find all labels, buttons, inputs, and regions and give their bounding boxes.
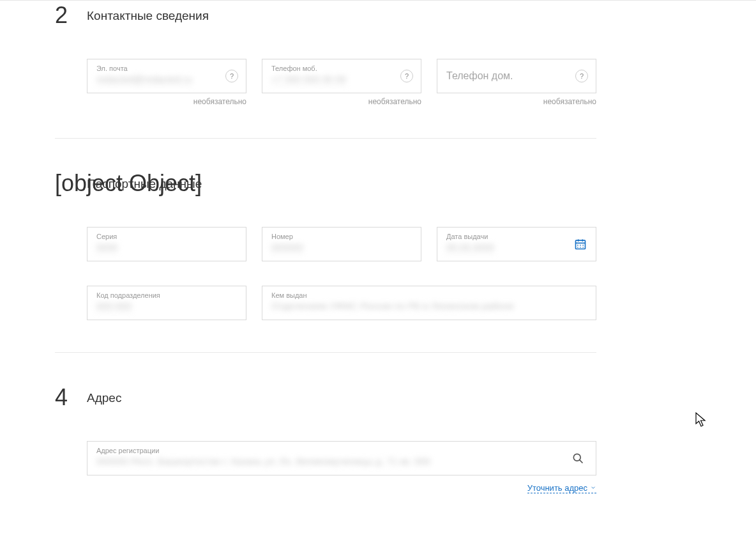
issued-by-field[interactable]: Кем выдан Отделением УФМС России по РБ в… (262, 286, 596, 320)
chevron-down-icon (590, 483, 596, 493)
phone-mobile-hint: необязательно (262, 97, 421, 106)
reg-address-label: Адрес регистрации (96, 447, 587, 454)
help-icon[interactable]: ? (575, 70, 588, 82)
reg-address-field[interactable]: Адрес регистрации 000000 Респ. Башкортос… (87, 441, 596, 475)
section-title-contact: Контактные сведения (87, 9, 596, 23)
series-field-wrapper: Серия 0000 (87, 227, 246, 261)
phone-mobile-field-wrapper: Телефон моб. +7 000 000 00 00 ? необязат… (262, 59, 421, 106)
series-label: Серия (96, 233, 237, 240)
phone-mobile-value: +7 000 000 00 00 (271, 73, 346, 86)
issue-date-field[interactable]: Дата выдачи 00.00.0000 (437, 227, 596, 261)
svg-point-10 (573, 454, 580, 461)
phone-home-field[interactable]: Телефон дом. ? (437, 59, 596, 93)
reg-address-value: 000000 Респ. Башкортостан г. Казань ул. … (96, 456, 430, 467)
cursor-icon (695, 412, 707, 430)
email-value: redacted@redacted.ru (96, 73, 192, 86)
issued-by-value: Отделением УФМС России по РБ в Ленинском… (271, 300, 514, 311)
section-number-2: 2 (55, 4, 68, 27)
phone-home-hint: необязательно (437, 97, 596, 106)
phone-mobile-label: Телефон моб. (271, 65, 412, 72)
series-field[interactable]: Серия 0000 (87, 227, 246, 261)
contact-fields-row: Эл. почта redacted@redacted.ru ? необяза… (87, 59, 596, 106)
refine-link-row: Уточнить адрес (87, 482, 596, 493)
number-label: Номер (271, 233, 412, 240)
dept-code-field-wrapper: Код подразделения 000-000 (87, 286, 246, 320)
email-hint: необязательно (87, 97, 246, 106)
phone-home-placeholder: Телефон дом. (446, 70, 513, 81)
section-number-4: 4 (55, 386, 68, 409)
phone-mobile-field[interactable]: Телефон моб. +7 000 000 00 00 ? (262, 59, 421, 93)
issue-date-value: 00.00.0000 (446, 242, 494, 254)
section-passport: [object Object] Паспортные данные Серия … (55, 138, 596, 352)
issued-by-field-wrapper: Кем выдан Отделением УФМС России по РБ в… (262, 286, 596, 320)
refine-address-link[interactable]: Уточнить адрес (527, 483, 596, 493)
email-label: Эл. почта (96, 65, 237, 72)
number-value: 000000 (271, 242, 303, 254)
calendar-icon[interactable] (574, 238, 587, 251)
issue-date-label: Дата выдачи (446, 233, 587, 240)
issue-date-field-wrapper: Дата выдачи 00.00.0000 (437, 227, 596, 261)
help-icon[interactable]: ? (225, 70, 238, 82)
address-row: Адрес регистрации 000000 Респ. Башкортос… (87, 441, 596, 475)
phone-home-field-wrapper: Телефон дом. ? необязательно (437, 59, 596, 106)
section-contact: 2 Контактные сведения Эл. почта redacted… (55, 0, 596, 138)
passport-row-1: Серия 0000 Номер 000000 Дата выдачи 00.0… (87, 227, 596, 261)
number-field[interactable]: Номер 000000 (262, 227, 421, 261)
svg-line-11 (580, 460, 583, 463)
dept-code-value: 000-000 (96, 300, 132, 313)
dept-code-field[interactable]: Код подразделения 000-000 (87, 286, 246, 320)
reg-address-field-wrapper: Адрес регистрации 000000 Респ. Башкортос… (87, 441, 596, 475)
form-container: 2 Контактные сведения Эл. почта redacted… (55, 0, 596, 525)
section-title-address: Адрес (87, 391, 596, 405)
passport-row-2: Код подразделения 000-000 Кем выдан Отде… (87, 286, 596, 320)
dept-code-label: Код подразделения (96, 291, 237, 299)
search-icon[interactable] (571, 452, 584, 465)
section-number-3: [object Object] (55, 172, 202, 195)
help-icon[interactable]: ? (400, 70, 413, 82)
series-value: 0000 (96, 242, 117, 254)
section-address: 4 Адрес Адрес регистрации 000000 Респ. Б… (55, 352, 596, 525)
refine-address-text: Уточнить адрес (527, 483, 587, 493)
email-field[interactable]: Эл. почта redacted@redacted.ru ? (87, 59, 246, 93)
issued-by-label: Кем выдан (271, 291, 587, 299)
email-field-wrapper: Эл. почта redacted@redacted.ru ? необяза… (87, 59, 246, 106)
number-field-wrapper: Номер 000000 (262, 227, 421, 261)
